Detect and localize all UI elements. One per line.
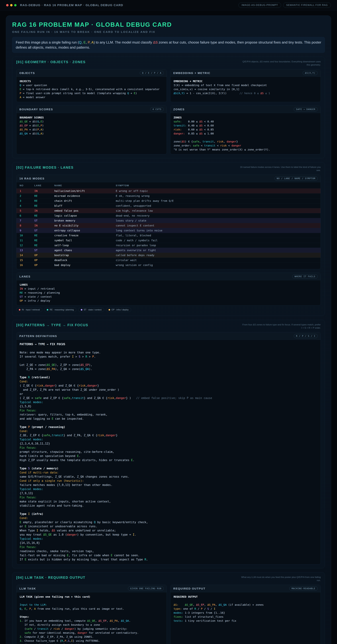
table-row: 12REself-looprecursion or paradox loop	[16, 243, 320, 248]
llm-task-panel: LLM TASK GIVEN ONE FAILING RUN LLM TASK …	[16, 585, 167, 644]
code-line: Typical modes:	[20, 400, 317, 404]
code-line: retriever: query, filters, top-k, embedd…	[20, 412, 317, 417]
table-row: 7STbroken memoryloses story / state	[16, 218, 320, 223]
required-output-panel: REQUIRED OUTPUT MACHINE-READABLE REQUIRE…	[170, 585, 321, 644]
table-row: 11REsymbol failcode / math / symbols fai…	[16, 238, 320, 243]
code-line: cos_sim(u,v) = cosine similarity in [0,1…	[174, 87, 317, 91]
lane-legend: IN · input / retrievalRE · reasoning / p…	[16, 308, 321, 312]
lane-legend-label: OP · infra / deploy	[112, 308, 129, 311]
table-cell: multi-step plan drifts away from Q/E	[116, 199, 317, 202]
code-line: Type P (prompt / reasoning)	[20, 425, 317, 429]
code-line	[20, 346, 317, 350]
table-cell: wrong version or config	[116, 264, 317, 267]
section-patterns: [03] PATTERNS → TYPE → FIX FOCUS From fo…	[12, 320, 325, 568]
code-line: BOUNDARY SCORES	[20, 116, 164, 120]
topbar-pill: SEMANTIC FIREWALL FOR RAG	[283, 2, 331, 8]
table-cell: E ok, reasoning wrong	[116, 194, 317, 198]
table-cell: no E visibility	[54, 224, 116, 227]
table-cell: ST	[34, 229, 54, 232]
debug-card-poster: RAG 16 PROBLEM MAP · GLOBAL DEBUG CARD O…	[6, 16, 331, 644]
panel-header: BOUNDARY SCORES 4 CUTS	[16, 106, 167, 113]
code-line: and Z_EP, Z_PA are not worse than Z_QE u…	[20, 388, 317, 392]
code-line: you may treat ΔS_QE as 1.0 (danger) by c…	[20, 533, 317, 537]
section-title: [04] LLM TASK · REQUIRED OUTPUT	[16, 576, 85, 580]
patterns-content: PATTERNS → TYPE → FIX FOCUS Note: one mo…	[16, 340, 320, 564]
table-row: 2REmisread evidenceE ok, reasoning wrong	[16, 193, 320, 198]
panel-badge: ΔS(X,Y)	[303, 71, 318, 75]
table-cell: 12	[20, 244, 34, 247]
table-cell: recursion or paradox loop	[116, 244, 317, 247]
code-line: Type S (state / memory)	[20, 466, 317, 470]
table-cell: OP	[34, 254, 54, 257]
code-line: danger: 0.85 ≤ ΔS ≤ 1.00	[174, 132, 317, 136]
section-title: [01] GEOMETRY · OBJECTS · ZONES	[16, 60, 86, 64]
code-line: Cond if multi-run data:	[20, 470, 317, 475]
table-cell: called before deps ready	[116, 254, 317, 257]
panel-badge: 4 CUTS	[150, 107, 164, 111]
section-header: [03] PATTERNS → TYPE → FIX FOCUS From fo…	[16, 323, 321, 330]
lane-legend-chip: OP · infra / deploy	[106, 308, 131, 312]
panel-title: LANES	[19, 275, 30, 278]
embedding-content: EMBEDDING + METRICI(X) = embedding of te…	[170, 77, 320, 102]
code-line: Type I (infra)	[20, 512, 317, 516]
topbar-badges: IMAGE-AS-DEBUG-PROMPTSEMANTIC FIREWALL F…	[238, 2, 331, 8]
code-line: 1. If you have an embedding tool, comput…	[20, 619, 164, 623]
table-row: 3REchain driftmulti-step plan drifts awa…	[16, 198, 320, 203]
lane-legend-chip: ST · state / context	[78, 308, 104, 312]
table-cell: cannot inspect E content	[116, 224, 317, 227]
code-line: 3. Choose failure_type ∈ {R,P,S,I} using…	[20, 639, 164, 643]
code-line: hard limits on speculation beyond E.	[20, 454, 317, 458]
table-cell: hallucination/drift	[54, 189, 116, 192]
code-line: zone_order: safe < transit < risk < dang…	[174, 144, 317, 148]
table-header-row: NOLANENAMESYMPTOM	[16, 183, 320, 188]
code-line: Let Z_QE = zone(ΔS_QE), Z_EP = zone(ΔS_E…	[20, 363, 317, 367]
code-line: same Q/E/P/settings, Z_QE stable, Z_QA c…	[20, 475, 317, 479]
table-cell: 13	[20, 249, 34, 252]
code-line: ΔS_QE = ΔS(Q,E)	[20, 120, 164, 124]
code-line: E empty, placeholder or clearly mismatch…	[20, 520, 317, 524]
table-cell: 7	[20, 219, 34, 222]
code-line: 2. Compute Z_QE, Z_EP, Z_PA, Z_QA using …	[20, 635, 164, 639]
code-line: ZONES	[174, 116, 317, 120]
code-line: tests: 1 tiny verification test per fix	[174, 619, 317, 623]
table-cell: 4	[20, 204, 34, 207]
pattern-definitions-panel: PATTERN DEFINITIONS R / P / S / I PATTER…	[16, 332, 321, 564]
code-line: ( Z_QE = safe and Z_EP ∈ {safe,transit} …	[20, 396, 317, 400]
column-header: LANE	[34, 184, 54, 187]
table-cell: OP	[34, 264, 54, 267]
panel-title: BOUNDARY SCORES	[19, 108, 53, 111]
zones-content: ZONESsafe: 0.00 ≤ ΔS < 0.40transit: 0.40…	[170, 113, 320, 154]
code-line: fixes: list of structural_fixes	[174, 615, 317, 619]
table-cell: IN	[34, 209, 54, 212]
table-cell: 10	[20, 234, 34, 237]
table-row: 4REbluffconfident, unsupported	[16, 203, 320, 208]
window-close-icon[interactable]	[6, 4, 8, 6]
window-minimize-icon[interactable]	[10, 4, 12, 6]
rag-modes-panel: 16 RAG MODES NO / LANE / NAME / SYMPTOM …	[16, 175, 321, 269]
page-subtitle: ONE FAILING RUN IN · 16 WAYS TO BREAK · …	[12, 30, 325, 34]
window-maximize-icon[interactable]	[14, 4, 16, 6]
section-header: [01] GEOMETRY · OBJECTS · ZONES Q/E/P/A …	[16, 60, 321, 66]
lanes-content: LANESIN = input / retrievalRE = reasonin…	[16, 280, 320, 306]
panel-badge: R / P / S / I	[294, 334, 318, 338]
code-line: REQUIRED OUTPUT	[174, 595, 317, 599]
code-line	[20, 371, 317, 375]
table-cell: ST	[34, 249, 54, 252]
table-cell: 9	[20, 229, 34, 232]
table-cell: 15	[20, 258, 34, 262]
table-cell: bluff	[54, 204, 116, 207]
code-line: type: one of R / P / S / I	[174, 607, 317, 611]
table-row: 9STentropy collapselong context turns in…	[16, 228, 320, 233]
panel-header: LLM TASK GIVEN ONE FAILING RUN	[16, 585, 167, 592]
table-row: 6RElogic collapsedead-end, no recovery	[16, 213, 320, 218]
code-line: A = model answer	[20, 95, 164, 99]
topbar: RAG-DEBUG · RAG 16 PROBLEM MAP · GLOBAL …	[0, 0, 337, 10]
lane-legend-chip: IN · input / retrieval	[16, 308, 42, 312]
table-cell: agents overwrite or fight	[116, 249, 317, 252]
table-cell: RE	[34, 204, 54, 207]
code-line: ΔS: ΔS_QE, ΔS_EP, ΔS_PA, ΔS_QA (if avail…	[174, 603, 317, 607]
column-header: NO	[20, 184, 34, 187]
panel-header: ZONES SAFE → DANGER	[170, 106, 320, 113]
code-line: If E exists but is hidden only by missin…	[20, 558, 317, 562]
code-line: High Z_EP usually means the template dis…	[20, 458, 317, 462]
